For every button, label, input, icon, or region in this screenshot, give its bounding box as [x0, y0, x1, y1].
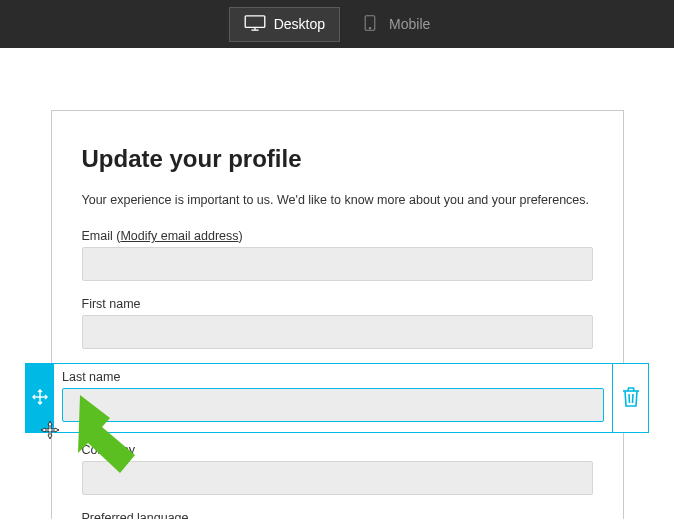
email-input[interactable] [82, 247, 593, 281]
form-title: Update your profile [82, 145, 593, 173]
company-label: Company [82, 443, 593, 457]
last-name-field-group: Last name [54, 364, 612, 432]
mobile-icon [359, 15, 381, 34]
device-preview-toolbar: Desktop Mobile [0, 0, 674, 48]
first-name-input[interactable] [82, 315, 593, 349]
move-icon [32, 389, 48, 408]
last-name-input[interactable] [62, 388, 604, 422]
svg-point-4 [369, 27, 370, 28]
mobile-view-label: Mobile [389, 16, 430, 32]
company-field-group: Company [82, 443, 593, 495]
company-input[interactable] [82, 461, 593, 495]
profile-form-card: Update your profile Your experience is i… [51, 110, 624, 519]
selected-field-row[interactable]: Last name [25, 363, 649, 433]
form-canvas: Update your profile Your experience is i… [0, 48, 674, 519]
trash-icon [621, 386, 641, 411]
preferred-language-field-group: Preferred language [82, 511, 593, 519]
email-label: Email (Modify email address) [82, 229, 593, 243]
email-field-group: Email (Modify email address) [82, 229, 593, 281]
monitor-icon [244, 15, 266, 34]
svg-line-7 [629, 394, 630, 403]
first-name-field-group: First name [82, 297, 593, 349]
mobile-view-button[interactable]: Mobile [344, 7, 445, 42]
svg-rect-0 [245, 15, 265, 27]
first-name-label: First name [82, 297, 593, 311]
last-name-label: Last name [62, 370, 604, 384]
modify-email-link[interactable]: Modify email address [120, 229, 238, 243]
form-description: Your experience is important to us. We'd… [82, 193, 593, 207]
svg-line-8 [632, 394, 633, 403]
delete-field-button[interactable] [612, 364, 648, 432]
desktop-view-label: Desktop [274, 16, 325, 32]
preferred-language-label: Preferred language [82, 511, 593, 519]
desktop-view-button[interactable]: Desktop [229, 7, 340, 42]
drag-handle[interactable] [26, 364, 54, 432]
